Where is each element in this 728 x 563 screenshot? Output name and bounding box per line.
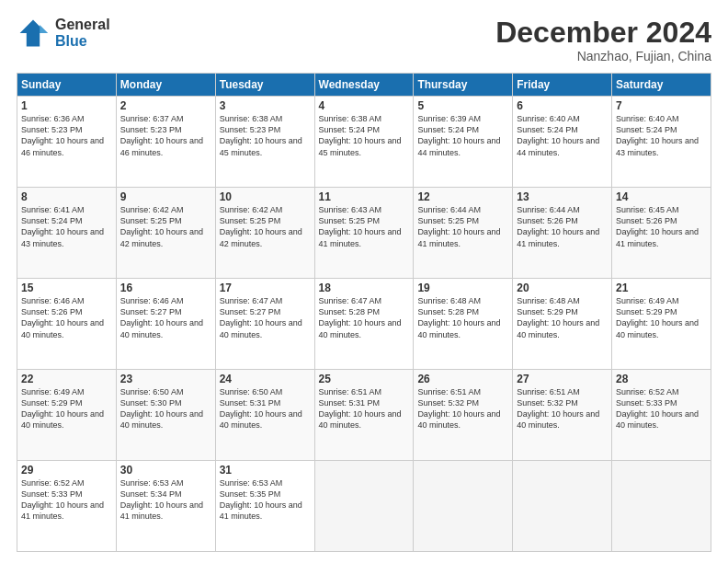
day-info: Sunrise: 6:36 AMSunset: 5:23 PMDaylight:…	[21, 114, 104, 156]
day-info: Sunrise: 6:53 AMSunset: 5:34 PMDaylight:…	[120, 478, 203, 521]
table-row: 25Sunrise: 6:51 AMSunset: 5:31 PMDayligh…	[314, 370, 414, 461]
table-row	[612, 461, 711, 552]
day-number: 17	[220, 282, 311, 294]
col-friday: Friday	[513, 74, 612, 97]
day-number: 22	[21, 373, 112, 385]
day-number: 11	[319, 190, 410, 203]
day-number: 21	[616, 282, 707, 294]
day-number: 26	[417, 373, 508, 385]
day-number: 28	[616, 373, 707, 385]
table-row: 23Sunrise: 6:50 AMSunset: 5:30 PMDayligh…	[116, 370, 215, 461]
calendar-week-row: 22Sunrise: 6:49 AMSunset: 5:29 PMDayligh…	[17, 370, 711, 461]
day-number: 19	[417, 282, 508, 294]
day-number: 9	[120, 190, 211, 203]
title-block: December 2024 Nanzhao, Fujian, China	[495, 17, 711, 63]
table-row: 19Sunrise: 6:48 AMSunset: 5:28 PMDayligh…	[414, 279, 513, 370]
logo-general-text: General	[55, 17, 110, 33]
day-info: Sunrise: 6:38 AMSunset: 5:24 PMDaylight:…	[319, 114, 402, 156]
table-row: 7Sunrise: 6:40 AMSunset: 5:24 PMDaylight…	[612, 97, 711, 188]
calendar-table: Sunday Monday Tuesday Wednesday Thursday…	[17, 73, 711, 552]
day-number: 13	[517, 190, 608, 203]
day-info: Sunrise: 6:40 AMSunset: 5:24 PMDaylight:…	[517, 114, 599, 156]
table-row: 27Sunrise: 6:51 AMSunset: 5:32 PMDayligh…	[513, 370, 612, 461]
logo-icon	[17, 17, 50, 50]
day-number: 4	[319, 99, 410, 112]
day-number: 5	[417, 99, 508, 112]
col-saturday: Saturday	[612, 74, 711, 97]
day-info: Sunrise: 6:37 AMSunset: 5:23 PMDaylight:…	[120, 114, 203, 156]
location: Nanzhao, Fujian, China	[495, 49, 711, 63]
day-number: 8	[21, 190, 112, 203]
table-row: 8Sunrise: 6:41 AMSunset: 5:24 PMDaylight…	[17, 188, 117, 279]
page: General Blue December 2024 Nanzhao, Fuji…	[0, 0, 728, 563]
table-row: 5Sunrise: 6:39 AMSunset: 5:24 PMDaylight…	[414, 97, 513, 188]
table-row: 6Sunrise: 6:40 AMSunset: 5:24 PMDaylight…	[513, 97, 612, 188]
day-number: 30	[120, 464, 211, 477]
col-wednesday: Wednesday	[314, 74, 414, 97]
day-number: 31	[220, 464, 311, 477]
table-row: 14Sunrise: 6:45 AMSunset: 5:26 PMDayligh…	[612, 188, 711, 279]
table-row: 28Sunrise: 6:52 AMSunset: 5:33 PMDayligh…	[612, 370, 711, 461]
col-monday: Monday	[116, 74, 215, 97]
table-row	[314, 461, 414, 552]
svg-marker-1	[40, 25, 48, 33]
day-info: Sunrise: 6:50 AMSunset: 5:30 PMDaylight:…	[120, 387, 203, 430]
day-info: Sunrise: 6:46 AMSunset: 5:26 PMDaylight:…	[21, 296, 104, 339]
day-number: 2	[120, 99, 211, 112]
day-info: Sunrise: 6:42 AMSunset: 5:25 PMDaylight:…	[220, 205, 302, 247]
calendar-week-row: 8Sunrise: 6:41 AMSunset: 5:24 PMDaylight…	[17, 188, 711, 279]
day-info: Sunrise: 6:38 AMSunset: 5:23 PMDaylight:…	[220, 114, 302, 156]
table-row: 11Sunrise: 6:43 AMSunset: 5:25 PMDayligh…	[314, 188, 414, 279]
table-row: 20Sunrise: 6:48 AMSunset: 5:29 PMDayligh…	[513, 279, 612, 370]
logo-blue-text: Blue	[55, 33, 110, 50]
table-row	[414, 461, 513, 552]
day-info: Sunrise: 6:43 AMSunset: 5:25 PMDaylight:…	[319, 205, 402, 247]
header: General Blue December 2024 Nanzhao, Fuji…	[17, 17, 711, 63]
table-row: 1Sunrise: 6:36 AMSunset: 5:23 PMDaylight…	[17, 97, 117, 188]
table-row: 30Sunrise: 6:53 AMSunset: 5:34 PMDayligh…	[116, 461, 215, 552]
day-info: Sunrise: 6:44 AMSunset: 5:25 PMDaylight:…	[417, 205, 500, 247]
table-row: 24Sunrise: 6:50 AMSunset: 5:31 PMDayligh…	[215, 370, 314, 461]
day-number: 20	[517, 282, 608, 294]
calendar-week-row: 15Sunrise: 6:46 AMSunset: 5:26 PMDayligh…	[17, 279, 711, 370]
day-number: 12	[417, 190, 508, 203]
table-row: 21Sunrise: 6:49 AMSunset: 5:29 PMDayligh…	[612, 279, 711, 370]
table-row: 18Sunrise: 6:47 AMSunset: 5:28 PMDayligh…	[314, 279, 414, 370]
table-row	[513, 461, 612, 552]
day-info: Sunrise: 6:52 AMSunset: 5:33 PMDaylight:…	[616, 387, 699, 430]
table-row: 31Sunrise: 6:53 AMSunset: 5:35 PMDayligh…	[215, 461, 314, 552]
day-info: Sunrise: 6:49 AMSunset: 5:29 PMDaylight:…	[616, 296, 699, 339]
day-number: 15	[21, 282, 112, 294]
table-row: 22Sunrise: 6:49 AMSunset: 5:29 PMDayligh…	[17, 370, 117, 461]
day-number: 27	[517, 373, 608, 385]
day-number: 25	[319, 373, 410, 385]
col-sunday: Sunday	[17, 74, 117, 97]
table-row: 3Sunrise: 6:38 AMSunset: 5:23 PMDaylight…	[215, 97, 314, 188]
day-info: Sunrise: 6:39 AMSunset: 5:24 PMDaylight:…	[417, 114, 500, 156]
day-info: Sunrise: 6:42 AMSunset: 5:25 PMDaylight:…	[120, 205, 203, 247]
table-row: 4Sunrise: 6:38 AMSunset: 5:24 PMDaylight…	[314, 97, 414, 188]
month-title: December 2024	[495, 17, 711, 49]
day-number: 23	[120, 373, 211, 385]
day-info: Sunrise: 6:45 AMSunset: 5:26 PMDaylight:…	[616, 205, 699, 247]
day-number: 1	[21, 99, 112, 112]
day-info: Sunrise: 6:47 AMSunset: 5:28 PMDaylight:…	[319, 296, 402, 339]
day-info: Sunrise: 6:47 AMSunset: 5:27 PMDaylight:…	[220, 296, 302, 339]
day-number: 16	[120, 282, 211, 294]
table-row: 16Sunrise: 6:46 AMSunset: 5:27 PMDayligh…	[116, 279, 215, 370]
logo: General Blue	[17, 17, 110, 50]
day-info: Sunrise: 6:49 AMSunset: 5:29 PMDaylight:…	[21, 387, 104, 430]
day-info: Sunrise: 6:51 AMSunset: 5:32 PMDaylight:…	[417, 387, 500, 430]
table-row: 17Sunrise: 6:47 AMSunset: 5:27 PMDayligh…	[215, 279, 314, 370]
table-row: 13Sunrise: 6:44 AMSunset: 5:26 PMDayligh…	[513, 188, 612, 279]
day-info: Sunrise: 6:48 AMSunset: 5:29 PMDaylight:…	[517, 296, 599, 339]
day-info: Sunrise: 6:52 AMSunset: 5:33 PMDaylight:…	[21, 478, 104, 521]
day-number: 10	[220, 190, 311, 203]
table-row: 15Sunrise: 6:46 AMSunset: 5:26 PMDayligh…	[17, 279, 117, 370]
calendar-week-row: 29Sunrise: 6:52 AMSunset: 5:33 PMDayligh…	[17, 461, 711, 552]
day-number: 18	[319, 282, 410, 294]
table-row: 10Sunrise: 6:42 AMSunset: 5:25 PMDayligh…	[215, 188, 314, 279]
day-info: Sunrise: 6:50 AMSunset: 5:31 PMDaylight:…	[220, 387, 302, 430]
table-row: 29Sunrise: 6:52 AMSunset: 5:33 PMDayligh…	[17, 461, 117, 552]
col-tuesday: Tuesday	[215, 74, 314, 97]
